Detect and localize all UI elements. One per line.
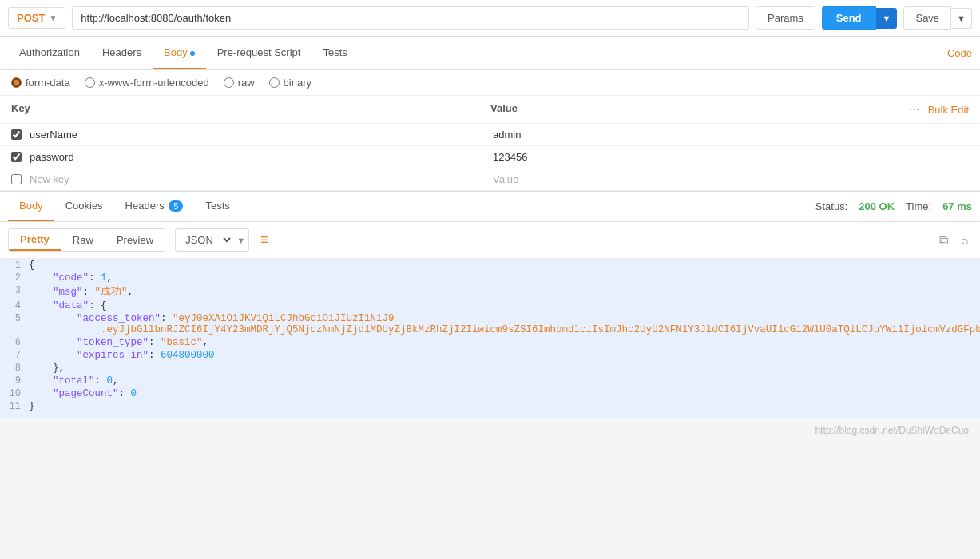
raw-tab[interactable]: Raw bbox=[61, 229, 105, 251]
urlencoded-radio[interactable] bbox=[85, 77, 95, 88]
username-value: admin bbox=[493, 129, 969, 141]
raw-radio[interactable] bbox=[224, 77, 234, 88]
tab-body[interactable]: Body bbox=[153, 37, 206, 69]
save-arrow-button[interactable]: ▼ bbox=[951, 8, 972, 29]
format-select[interactable]: JSON XML HTML Text bbox=[176, 229, 233, 251]
status-label: Status: bbox=[815, 200, 847, 212]
line-num-4: 4 bbox=[0, 300, 29, 311]
code-line-1: 1 { bbox=[0, 259, 980, 272]
copy-icon[interactable]: ⧉ bbox=[936, 232, 951, 249]
line-content-10: "pageCount": 0 bbox=[29, 388, 137, 399]
line-num-7: 7 bbox=[0, 350, 29, 361]
params-button[interactable]: Params bbox=[756, 6, 815, 30]
username-key: userName bbox=[30, 129, 493, 141]
format-select-group: JSON XML HTML Text ▼ bbox=[175, 228, 249, 252]
send-group: Send ▼ bbox=[822, 6, 898, 30]
code-line-7: 7 "expires_in": 604800000 bbox=[0, 349, 980, 362]
preview-tab[interactable]: Preview bbox=[105, 229, 165, 251]
send-arrow-button[interactable]: ▼ bbox=[876, 8, 898, 29]
method-button[interactable]: POST ▼ bbox=[8, 7, 65, 29]
code-line-3: 3 "msg": "成功", bbox=[0, 284, 980, 299]
watermark-text: http://blog.csdn.net/DuShiWoDeCuo bbox=[815, 425, 969, 436]
body-dot bbox=[190, 51, 195, 56]
code-area: 1 { 2 "code": 1, 3 "msg": "成功", 4 "data"… bbox=[0, 259, 980, 418]
save-button[interactable]: Save bbox=[903, 6, 951, 30]
code-link[interactable]: Code bbox=[947, 38, 972, 69]
line-num-9: 9 bbox=[0, 375, 29, 387]
line-num-11: 11 bbox=[0, 401, 29, 412]
new-key-placeholder[interactable]: New key bbox=[30, 173, 493, 185]
form-data-radio[interactable] bbox=[11, 77, 22, 88]
tab-response-headers[interactable]: Headers 5 bbox=[114, 192, 195, 221]
tab-response-body[interactable]: Body bbox=[8, 192, 54, 221]
urlencoded-label[interactable]: x-www-form-urlencoded bbox=[85, 77, 209, 89]
method-label: POST bbox=[17, 12, 45, 24]
send-button[interactable]: Send bbox=[822, 6, 876, 30]
line-content-11: } bbox=[29, 401, 35, 412]
code-line-4: 4 "data": { bbox=[0, 299, 980, 312]
password-value: 123456 bbox=[493, 151, 969, 163]
code-line-2: 2 "code": 1, bbox=[0, 272, 980, 284]
new-key-row: New key Value bbox=[0, 168, 980, 191]
line-num-8: 8 bbox=[0, 363, 29, 374]
line-num-6: 6 bbox=[0, 337, 29, 348]
time-label: Time: bbox=[906, 200, 931, 212]
new-row-checkbox[interactable] bbox=[11, 174, 22, 184]
view-tab-group: Pretty Raw Preview bbox=[8, 228, 165, 252]
line-content-6: "token_type": "basic", bbox=[29, 337, 208, 348]
code-line-11: 11 } bbox=[0, 400, 980, 413]
key-column-header: Key bbox=[11, 102, 490, 117]
url-input[interactable] bbox=[72, 6, 749, 30]
time-value: 67 ms bbox=[942, 200, 972, 212]
tab-headers[interactable]: Headers bbox=[91, 37, 153, 69]
status-value: 200 OK bbox=[859, 200, 895, 212]
line-num-1: 1 bbox=[0, 260, 29, 271]
line-content-4: "data": { bbox=[29, 300, 107, 311]
value-column-header: Value bbox=[490, 102, 909, 117]
watermark: http://blog.csdn.net/DuShiWoDeCuo bbox=[0, 418, 980, 439]
status-area: Status: 200 OK Time: 67 ms bbox=[815, 200, 972, 212]
body-table: Key Value ··· Bulk Edit userName admin p… bbox=[0, 96, 980, 192]
table-actions: ··· Bulk Edit bbox=[909, 102, 969, 117]
table-row: userName admin bbox=[0, 124, 980, 146]
tab-tests[interactable]: Tests bbox=[311, 37, 358, 69]
raw-label[interactable]: raw bbox=[224, 77, 255, 89]
line-num-5: 5 bbox=[0, 313, 29, 324]
line-content-3: "msg": "成功", bbox=[29, 285, 133, 299]
password-checkbox[interactable] bbox=[11, 152, 22, 162]
code-line-6: 6 "token_type": "basic", bbox=[0, 336, 980, 349]
tab-cookies[interactable]: Cookies bbox=[54, 192, 114, 221]
binary-label[interactable]: binary bbox=[269, 77, 311, 89]
tab-authorization[interactable]: Authorization bbox=[8, 37, 91, 69]
line-num-10: 10 bbox=[0, 388, 29, 399]
pretty-tab[interactable]: Pretty bbox=[9, 229, 61, 251]
bulk-edit-button[interactable]: Bulk Edit bbox=[928, 104, 969, 116]
response-icons: ⧉ ⌕ bbox=[936, 232, 972, 249]
response-controls: Pretty Raw Preview JSON XML HTML Text ▼ … bbox=[0, 222, 980, 259]
password-key: password bbox=[30, 151, 493, 163]
request-tab-bar: Authorization Headers Body Pre-request S… bbox=[0, 37, 980, 70]
code-line-8: 8 }, bbox=[0, 362, 980, 375]
tab-pre-request[interactable]: Pre-request Script bbox=[206, 37, 312, 69]
code-line-9: 9 "total": 0, bbox=[0, 375, 980, 387]
line-content-7: "expires_in": 604800000 bbox=[29, 350, 215, 361]
username-checkbox[interactable] bbox=[11, 129, 22, 140]
line-content-1: { bbox=[29, 260, 35, 271]
response-tab-bar: Body Cookies Headers 5 Tests Status: 200… bbox=[0, 192, 980, 222]
binary-radio[interactable] bbox=[269, 77, 280, 88]
body-type-row: form-data x-www-form-urlencoded raw bina… bbox=[0, 70, 980, 96]
more-options-icon[interactable]: ··· bbox=[909, 102, 919, 117]
save-group: Save ▼ bbox=[903, 6, 972, 30]
table-header: Key Value ··· Bulk Edit bbox=[0, 96, 980, 124]
wrap-icon[interactable]: ≡ bbox=[260, 232, 269, 248]
code-line-5: 5 "access_token": "eyJ0eXAiOiJKV1QiLCJhb… bbox=[0, 312, 980, 336]
method-chevron-icon: ▼ bbox=[49, 14, 57, 22]
search-icon[interactable]: ⌕ bbox=[958, 232, 972, 249]
form-data-label[interactable]: form-data bbox=[11, 77, 70, 89]
code-line-10: 10 "pageCount": 0 bbox=[0, 387, 980, 400]
new-value-placeholder[interactable]: Value bbox=[493, 173, 969, 185]
headers-badge: 5 bbox=[169, 200, 183, 212]
line-content-5: "access_token": "eyJ0eXAiOiJKV1QiLCJhbGc… bbox=[29, 313, 980, 335]
format-chevron-icon: ▼ bbox=[233, 236, 248, 245]
tab-response-tests[interactable]: Tests bbox=[194, 192, 240, 221]
